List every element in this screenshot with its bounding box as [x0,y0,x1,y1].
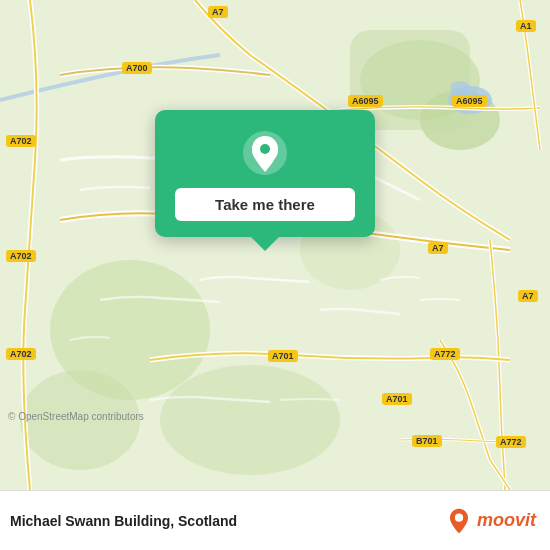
location-pin-icon [240,128,290,178]
road-label-a772-top: A772 [430,348,460,360]
road-label-a6095-right: A6095 [452,95,487,107]
svg-point-6 [160,365,340,475]
moovit-label: moovit [477,510,536,531]
location-name: Michael Swann Building, Scotland [10,513,237,529]
road-label-b701: B701 [412,435,442,447]
map-container: A7 A1 A700 A702 A702 A702 A6095 A6095 A7… [0,0,550,490]
bottom-bar: Michael Swann Building, Scotland moovit [0,490,550,550]
road-label-a702-mid: A702 [6,250,36,262]
road-label-a6095-left: A6095 [348,95,383,107]
road-label-a701-bot: A701 [382,393,412,405]
road-label-a701-mid: A701 [268,350,298,362]
moovit-pin-icon [445,507,473,535]
svg-point-12 [260,144,270,154]
road-label-a702-bot: A702 [6,348,36,360]
svg-point-13 [455,513,463,521]
svg-point-9 [450,81,470,95]
moovit-logo: moovit [445,507,536,535]
location-info: Michael Swann Building, Scotland [10,513,237,529]
road-label-a702-left: A702 [6,135,36,147]
popup-card: Take me there [155,110,375,237]
road-label-a7-right: A7 [518,290,538,302]
road-label-a1: A1 [516,20,536,32]
map-attribution: © OpenStreetMap contributors [8,411,144,422]
road-label-a7-mid: A7 [428,242,448,254]
road-label-a700: A700 [122,62,152,74]
road-label-a7-top: A7 [208,6,228,18]
road-label-a772-bot: A772 [496,436,526,448]
take-me-there-button[interactable]: Take me there [175,188,355,221]
